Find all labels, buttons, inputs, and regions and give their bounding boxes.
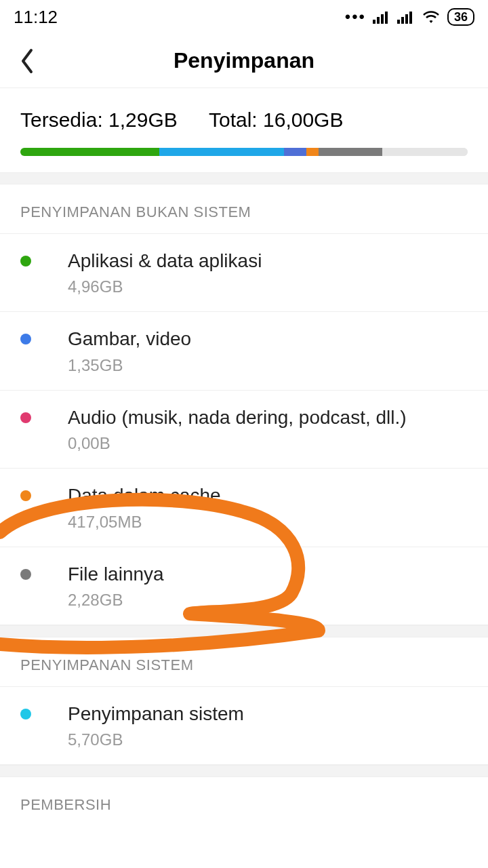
item-title: Gambar, video xyxy=(68,327,468,351)
item-size: 4,96GB xyxy=(68,277,468,296)
item-size: 2,28GB xyxy=(68,591,468,610)
status-time: 11:12 xyxy=(14,7,58,28)
status-bar: 11:12 ••• 36 xyxy=(0,0,488,34)
dot-column xyxy=(20,702,68,719)
item-size: 1,35GB xyxy=(68,356,468,375)
category-dot-icon xyxy=(20,569,31,580)
nonsystem-item[interactable]: File lainnya2,28GB xyxy=(0,547,488,625)
signal-icon xyxy=(373,10,390,24)
available-value: 1,29GB xyxy=(108,108,178,131)
more-dots-icon: ••• xyxy=(345,7,366,26)
section-header-cleaner: PEMBERSIH xyxy=(0,777,488,826)
chevron-left-icon xyxy=(19,47,35,75)
section-gap xyxy=(0,172,488,184)
item-text: Audio (musik, nada dering, podcast, dll.… xyxy=(68,406,468,453)
status-right: ••• 36 xyxy=(345,7,474,26)
system-item[interactable]: Penyimpanan sistem5,70GB xyxy=(0,687,488,765)
dot-column xyxy=(20,406,68,423)
back-button[interactable] xyxy=(14,47,41,75)
storage-summary: Tersedia: 1,29GB Total: 16,00GB xyxy=(0,88,488,172)
svg-rect-1 xyxy=(377,17,380,24)
item-text: Data dalam cache417,05MB xyxy=(68,484,468,531)
svg-rect-2 xyxy=(381,14,384,24)
summary-text: Tersedia: 1,29GB Total: 16,00GB xyxy=(20,108,468,132)
svg-rect-3 xyxy=(385,12,388,24)
available-label: Tersedia: xyxy=(20,108,103,131)
nonsystem-item[interactable]: Audio (musik, nada dering, podcast, dll.… xyxy=(0,391,488,469)
page-title: Penyimpanan xyxy=(0,48,488,73)
bar-segment xyxy=(284,148,306,156)
dot-column xyxy=(20,249,68,267)
dot-column xyxy=(20,327,68,344)
svg-rect-6 xyxy=(405,14,408,24)
svg-rect-7 xyxy=(409,12,412,24)
category-dot-icon xyxy=(20,256,31,267)
section-gap xyxy=(0,765,488,777)
svg-rect-5 xyxy=(401,17,404,24)
bar-segment xyxy=(319,148,382,156)
section-header-system: PENYIMPANAN SISTEM xyxy=(0,637,488,687)
wifi-icon xyxy=(422,9,441,24)
item-title: Data dalam cache xyxy=(68,484,468,508)
item-size: 417,05MB xyxy=(68,513,468,532)
item-title: Penyimpanan sistem xyxy=(68,702,468,726)
bar-segment xyxy=(306,148,318,156)
item-text: Penyimpanan sistem5,70GB xyxy=(68,702,468,749)
item-text: Aplikasi & data aplikasi4,96GB xyxy=(68,249,468,296)
item-title: Audio (musik, nada dering, podcast, dll.… xyxy=(68,406,468,430)
nonsystem-item[interactable]: Aplikasi & data aplikasi4,96GB xyxy=(0,234,488,312)
total-value: 16,00GB xyxy=(263,108,343,131)
nonsystem-item[interactable]: Data dalam cache417,05MB xyxy=(0,469,488,547)
dot-column xyxy=(20,562,68,580)
category-dot-icon xyxy=(20,334,31,344)
item-size: 5,70GB xyxy=(68,730,468,749)
svg-rect-0 xyxy=(373,20,375,24)
total-label: Total: xyxy=(209,108,258,131)
bar-segment xyxy=(382,148,468,156)
section-header-nonsystem: PENYIMPANAN BUKAN SISTEM xyxy=(0,184,488,234)
item-size: 0,00B xyxy=(68,434,468,453)
storage-bar xyxy=(20,148,468,156)
battery-icon: 36 xyxy=(447,8,474,26)
signal-icon xyxy=(397,10,415,24)
dot-column xyxy=(20,484,68,501)
section-gap xyxy=(0,625,488,637)
app-header: Penyimpanan xyxy=(0,34,488,88)
bar-segment xyxy=(20,148,159,156)
item-text: File lainnya2,28GB xyxy=(68,562,468,610)
item-title: File lainnya xyxy=(68,562,468,587)
bar-segment xyxy=(159,148,285,156)
item-title: Aplikasi & data aplikasi xyxy=(68,249,468,273)
svg-rect-4 xyxy=(397,20,400,24)
category-dot-icon xyxy=(20,412,31,423)
nonsystem-item[interactable]: Gambar, video1,35GB xyxy=(0,312,488,390)
category-dot-icon xyxy=(20,709,31,719)
category-dot-icon xyxy=(20,490,31,501)
item-text: Gambar, video1,35GB xyxy=(68,327,468,374)
